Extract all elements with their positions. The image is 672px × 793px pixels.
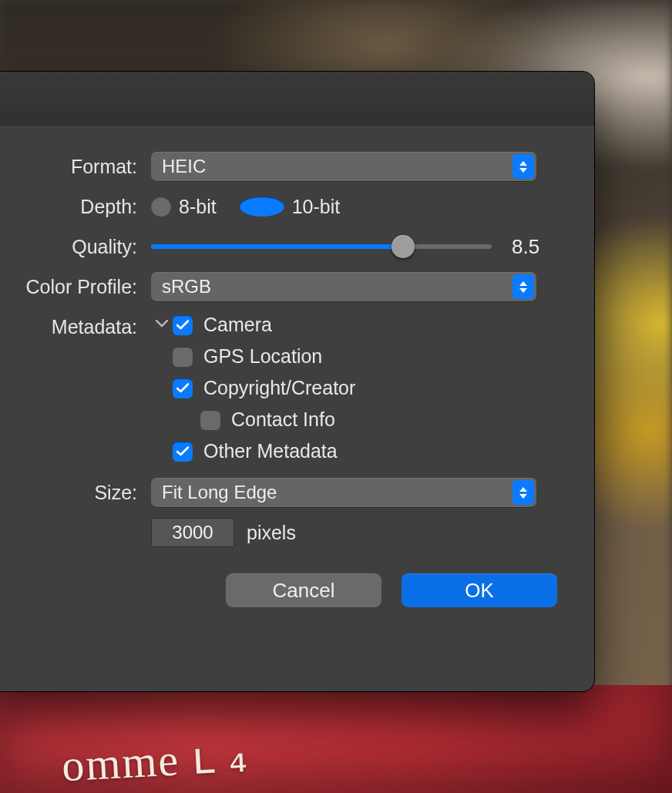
color-profile-value: sRGB <box>162 276 211 297</box>
metadata-contact-checkbox[interactable]: Contact Info <box>200 408 355 431</box>
background-text: omme ʟ ₄ <box>60 730 249 792</box>
quality-slider[interactable] <box>151 235 492 258</box>
chevron-down-icon <box>156 320 168 328</box>
checkbox-icon <box>173 315 193 335</box>
checkbox-icon <box>173 378 193 398</box>
color-profile-label: Color Profile: <box>0 272 151 301</box>
radio-dot-icon <box>151 197 171 217</box>
export-dialog: Format: HEIC Depth: 8-bit 10-bit <box>0 71 595 692</box>
dialog-titlebar[interactable] <box>0 72 594 126</box>
updown-icon <box>512 154 534 179</box>
checkbox-icon <box>173 442 193 462</box>
format-label: Format: <box>0 152 151 181</box>
size-value: Fit Long Edge <box>162 482 277 503</box>
depth-8bit-radio[interactable]: 8-bit <box>151 196 217 218</box>
ok-button[interactable]: OK <box>402 573 557 607</box>
updown-icon <box>512 274 534 299</box>
checkbox-icon <box>173 347 193 367</box>
size-label: Size: <box>0 478 151 507</box>
format-select[interactable]: HEIC <box>151 152 536 181</box>
checkbox-icon <box>200 410 220 430</box>
metadata-disclosure[interactable] <box>151 312 173 328</box>
metadata-gps-label: GPS Location <box>203 345 322 368</box>
size-unit-label: pixels <box>247 522 296 544</box>
depth-10bit-radio[interactable]: 10-bit <box>240 196 341 218</box>
depth-10bit-label: 10-bit <box>292 196 341 218</box>
depth-8bit-label: 8-bit <box>179 196 217 218</box>
depth-label: Depth: <box>0 192 151 221</box>
updown-icon <box>512 480 534 505</box>
background-book: omme ʟ ₄ <box>0 685 672 793</box>
cancel-button[interactable]: Cancel <box>226 573 381 607</box>
metadata-copyright-checkbox[interactable]: Copyright/Creator <box>173 377 355 399</box>
radio-dot-icon <box>240 197 284 217</box>
metadata-contact-label: Contact Info <box>231 408 335 431</box>
size-pixels-value: 3000 <box>172 522 213 543</box>
size-select[interactable]: Fit Long Edge <box>151 478 536 507</box>
quality-value: 8.5 <box>512 235 544 259</box>
metadata-gps-checkbox[interactable]: GPS Location <box>173 345 355 368</box>
format-value: HEIC <box>162 156 206 177</box>
ok-button-label: OK <box>465 579 494 603</box>
slider-thumb[interactable] <box>391 235 415 258</box>
metadata-copyright-label: Copyright/Creator <box>203 377 355 399</box>
size-pixels-input[interactable]: 3000 <box>151 518 234 547</box>
metadata-camera-checkbox[interactable]: Camera <box>173 314 355 336</box>
slider-fill <box>151 244 403 249</box>
quality-label: Quality: <box>0 232 151 261</box>
metadata-camera-label: Camera <box>203 314 272 336</box>
metadata-other-checkbox[interactable]: Other Metadata <box>173 440 355 462</box>
metadata-other-label: Other Metadata <box>203 440 338 462</box>
color-profile-select[interactable]: sRGB <box>151 272 536 301</box>
cancel-button-label: Cancel <box>273 579 335 603</box>
metadata-label: Metadata: <box>0 312 151 341</box>
